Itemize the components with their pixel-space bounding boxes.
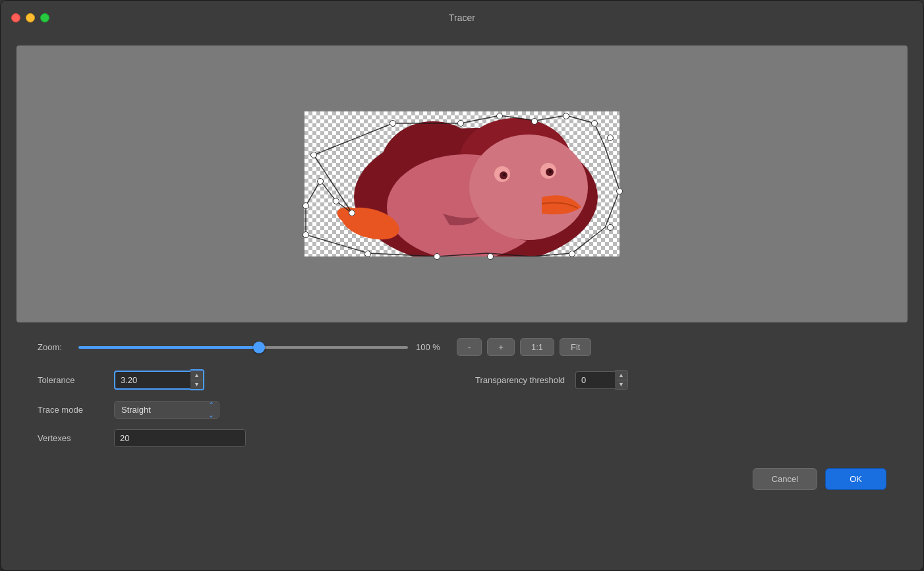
tolerance-row: Tolerance ▲ ▼ (38, 369, 449, 390)
svg-point-8 (469, 135, 588, 240)
transparency-threshold-stepper-buttons: ▲ ▼ (615, 370, 628, 390)
tolerance-decrement-button[interactable]: ▼ (190, 380, 203, 389)
trace-mode-select-wrap: Straight Curves Mixed ⌃ ⌃ (114, 401, 219, 419)
vertexes-input[interactable] (114, 429, 246, 447)
trace-mode-row: Trace mode Straight Curves Mixed ⌃ ⌃ (38, 401, 449, 419)
zoom-one-to-one-button[interactable]: 1:1 (520, 338, 554, 356)
zoom-minus-button[interactable]: - (457, 338, 482, 356)
trace-mode-label: Trace mode (38, 405, 103, 415)
main-window: Tracer (0, 0, 924, 571)
zoom-value: 100 % (416, 342, 449, 352)
canvas-preview (16, 45, 908, 322)
footer: Cancel OK (1, 458, 923, 506)
tolerance-increment-button[interactable]: ▲ (190, 371, 203, 380)
vertexes-label: Vertexes (38, 433, 103, 443)
transparency-threshold-row: Transparency threshold ▲ ▼ (475, 370, 886, 390)
svg-point-11 (503, 173, 505, 176)
image-container (304, 111, 620, 256)
zoom-fit-button[interactable]: Fit (560, 338, 591, 356)
tolerance-stepper: ▲ ▼ (114, 369, 204, 390)
tolerance-label: Tolerance (38, 375, 103, 385)
threshold-decrement-button[interactable]: ▼ (615, 380, 627, 389)
titlebar: Tracer (1, 1, 923, 35)
threshold-increment-button[interactable]: ▲ (615, 371, 627, 380)
controls-area: Zoom: 100 % - + 1:1 Fit Tolerance ▲ ▼ (1, 330, 923, 458)
tolerance-stepper-buttons: ▲ ▼ (190, 369, 204, 390)
zoom-slider[interactable] (78, 346, 408, 349)
params-grid: Tolerance ▲ ▼ Transparency threshold ▲ ▼ (38, 369, 886, 447)
cancel-button[interactable]: Cancel (753, 468, 817, 490)
transparency-threshold-input[interactable] (575, 371, 615, 389)
zoom-row: Zoom: 100 % - + 1:1 Fit (38, 338, 886, 356)
zoom-buttons: - + 1:1 Fit (457, 338, 591, 356)
trace-mode-select[interactable]: Straight Curves Mixed (114, 401, 219, 419)
svg-point-14 (549, 170, 552, 173)
zoom-label: Zoom: (38, 342, 71, 352)
close-button[interactable] (11, 13, 20, 22)
transparency-threshold-label: Transparency threshold (475, 375, 565, 385)
window-title: Tracer (449, 13, 475, 23)
vertexes-row: Vertexes (38, 429, 449, 447)
zoom-plus-button[interactable]: + (487, 338, 515, 356)
tolerance-input[interactable] (114, 371, 190, 390)
maximize-button[interactable] (40, 13, 49, 22)
ok-button[interactable]: OK (825, 468, 886, 490)
traffic-lights (11, 13, 49, 22)
penguin-image (304, 111, 620, 256)
minimize-button[interactable] (26, 13, 35, 22)
transparency-threshold-stepper: ▲ ▼ (575, 370, 628, 390)
